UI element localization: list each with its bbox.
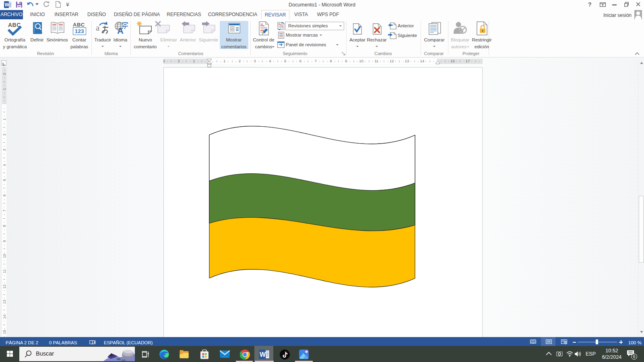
svg-text:A: A bbox=[117, 26, 124, 35]
svg-text:W: W bbox=[5, 2, 10, 8]
svg-text:W: W bbox=[260, 351, 266, 358]
svg-text:a: a bbox=[96, 23, 100, 33]
